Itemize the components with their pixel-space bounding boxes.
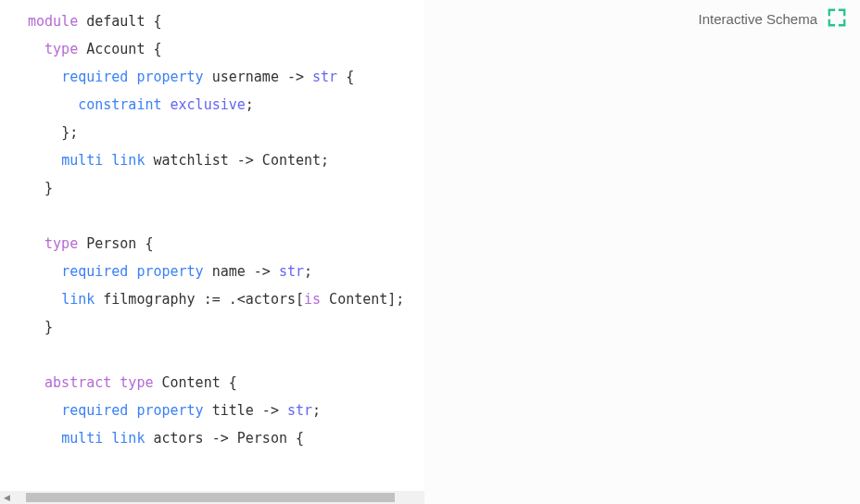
scroll-left-arrow-icon[interactable]: ◀ bbox=[0, 491, 13, 504]
relationship-wires bbox=[424, 0, 860, 504]
schema-diagram-pane[interactable]: Interactive Schema Content iduu bbox=[424, 0, 860, 504]
scroll-thumb[interactable] bbox=[26, 493, 395, 502]
kw-module: module bbox=[28, 13, 78, 30]
kw-type: type bbox=[44, 41, 78, 57]
code-editor-pane: module default { type Account { required… bbox=[0, 0, 424, 504]
expand-icon[interactable] bbox=[827, 7, 847, 31]
horizontal-scrollbar[interactable]: ◀ bbox=[0, 491, 424, 504]
diagram-title: Interactive Schema bbox=[699, 11, 817, 27]
code-editor[interactable]: module default { type Account { required… bbox=[0, 0, 424, 491]
